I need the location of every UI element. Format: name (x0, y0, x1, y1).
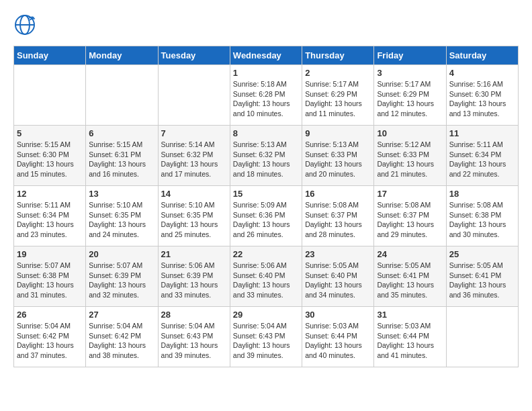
day-number: 23 (305, 249, 371, 259)
day-cell: 20Sunrise: 5:07 AM Sunset: 6:39 PM Dayli… (86, 246, 158, 307)
day-cell: 10Sunrise: 5:12 AM Sunset: 6:33 PM Dayli… (374, 126, 446, 186)
day-number: 28 (161, 310, 227, 320)
day-number: 24 (377, 249, 443, 259)
day-cell: 2Sunrise: 5:17 AM Sunset: 6:29 PM Daylig… (302, 65, 374, 126)
day-number: 31 (377, 310, 443, 320)
header-monday: Monday (86, 46, 158, 65)
day-detail: Sunrise: 5:17 AM Sunset: 6:29 PM Dayligh… (377, 79, 443, 119)
day-cell: 22Sunrise: 5:06 AM Sunset: 6:40 PM Dayli… (230, 246, 302, 307)
day-detail: Sunrise: 5:07 AM Sunset: 6:38 PM Dayligh… (17, 261, 83, 300)
day-detail: Sunrise: 5:05 AM Sunset: 6:40 PM Dayligh… (305, 261, 371, 300)
day-cell: 19Sunrise: 5:07 AM Sunset: 6:38 PM Dayli… (14, 246, 86, 307)
header-wednesday: Wednesday (230, 46, 302, 65)
day-detail: Sunrise: 5:11 AM Sunset: 6:34 PM Dayligh… (17, 200, 83, 240)
day-detail: Sunrise: 5:06 AM Sunset: 6:39 PM Dayligh… (161, 261, 227, 300)
day-detail: Sunrise: 5:05 AM Sunset: 6:41 PM Dayligh… (377, 261, 443, 300)
header-thursday: Thursday (302, 46, 374, 65)
day-detail: Sunrise: 5:07 AM Sunset: 6:39 PM Dayligh… (89, 261, 154, 300)
day-detail: Sunrise: 5:04 AM Sunset: 6:43 PM Dayligh… (233, 321, 299, 361)
day-number: 3 (377, 68, 443, 78)
day-number: 22 (233, 249, 299, 259)
calendar: Sunday Monday Tuesday Wednesday Thursday… (13, 46, 519, 367)
day-cell: 31Sunrise: 5:03 AM Sunset: 6:44 PM Dayli… (374, 307, 446, 367)
day-number: 17 (377, 189, 443, 199)
day-cell: 3Sunrise: 5:17 AM Sunset: 6:29 PM Daylig… (374, 65, 446, 126)
day-cell: 1Sunrise: 5:18 AM Sunset: 6:28 PM Daylig… (230, 65, 302, 126)
day-cell: 13Sunrise: 5:10 AM Sunset: 6:35 PM Dayli… (86, 186, 158, 246)
day-cell (86, 65, 158, 126)
day-detail: Sunrise: 5:14 AM Sunset: 6:32 PM Dayligh… (161, 140, 227, 179)
day-number: 30 (305, 310, 371, 320)
day-detail: Sunrise: 5:08 AM Sunset: 6:38 PM Dayligh… (449, 200, 515, 240)
day-cell: 16Sunrise: 5:08 AM Sunset: 6:37 PM Dayli… (302, 186, 374, 246)
day-detail: Sunrise: 5:18 AM Sunset: 6:28 PM Dayligh… (233, 79, 299, 119)
day-number: 29 (233, 310, 299, 320)
day-cell: 7Sunrise: 5:14 AM Sunset: 6:32 PM Daylig… (158, 126, 230, 186)
day-cell: 11Sunrise: 5:11 AM Sunset: 6:34 PM Dayli… (446, 126, 518, 186)
day-cell: 12Sunrise: 5:11 AM Sunset: 6:34 PM Dayli… (14, 186, 86, 246)
calendar-header-row: Sunday Monday Tuesday Wednesday Thursday… (14, 46, 519, 65)
day-cell: 26Sunrise: 5:04 AM Sunset: 6:42 PM Dayli… (14, 307, 86, 367)
day-detail: Sunrise: 5:08 AM Sunset: 6:37 PM Dayligh… (377, 200, 443, 240)
week-row-3: 19Sunrise: 5:07 AM Sunset: 6:38 PM Dayli… (14, 246, 519, 307)
day-cell: 25Sunrise: 5:05 AM Sunset: 6:41 PM Dayli… (446, 246, 518, 307)
header-tuesday: Tuesday (158, 46, 230, 65)
week-row-4: 26Sunrise: 5:04 AM Sunset: 6:42 PM Dayli… (14, 307, 519, 367)
day-cell: 30Sunrise: 5:03 AM Sunset: 6:44 PM Dayli… (302, 307, 374, 367)
day-cell: 6Sunrise: 5:15 AM Sunset: 6:31 PM Daylig… (86, 126, 158, 186)
day-number: 16 (305, 189, 371, 199)
day-detail: Sunrise: 5:15 AM Sunset: 6:30 PM Dayligh… (17, 140, 83, 179)
day-cell: 15Sunrise: 5:09 AM Sunset: 6:36 PM Dayli… (230, 186, 302, 246)
week-row-2: 12Sunrise: 5:11 AM Sunset: 6:34 PM Dayli… (14, 186, 519, 246)
day-number: 8 (233, 128, 299, 138)
day-number: 7 (161, 128, 227, 138)
day-detail: Sunrise: 5:03 AM Sunset: 6:44 PM Dayligh… (377, 321, 443, 361)
week-row-0: 1Sunrise: 5:18 AM Sunset: 6:28 PM Daylig… (14, 65, 519, 126)
day-number: 15 (233, 189, 299, 199)
day-cell: 5Sunrise: 5:15 AM Sunset: 6:30 PM Daylig… (14, 126, 86, 186)
day-number: 27 (89, 310, 154, 320)
day-cell: 27Sunrise: 5:04 AM Sunset: 6:42 PM Dayli… (86, 307, 158, 367)
day-cell: 9Sunrise: 5:13 AM Sunset: 6:33 PM Daylig… (302, 126, 374, 186)
day-number: 1 (233, 68, 299, 78)
logo-icon (13, 13, 36, 36)
day-number: 26 (17, 310, 83, 320)
day-detail: Sunrise: 5:09 AM Sunset: 6:36 PM Dayligh… (233, 200, 299, 240)
header-sunday: Sunday (14, 46, 86, 65)
week-row-1: 5Sunrise: 5:15 AM Sunset: 6:30 PM Daylig… (14, 126, 519, 186)
day-detail: Sunrise: 5:12 AM Sunset: 6:33 PM Dayligh… (377, 140, 443, 179)
day-detail: Sunrise: 5:06 AM Sunset: 6:40 PM Dayligh… (233, 261, 299, 300)
day-number: 20 (89, 249, 154, 259)
day-cell (158, 65, 230, 126)
day-cell: 23Sunrise: 5:05 AM Sunset: 6:40 PM Dayli… (302, 246, 374, 307)
calendar-body: 1Sunrise: 5:18 AM Sunset: 6:28 PM Daylig… (14, 65, 519, 367)
day-detail: Sunrise: 5:15 AM Sunset: 6:31 PM Dayligh… (89, 140, 154, 179)
day-detail: Sunrise: 5:03 AM Sunset: 6:44 PM Dayligh… (305, 321, 371, 361)
day-cell: 21Sunrise: 5:06 AM Sunset: 6:39 PM Dayli… (158, 246, 230, 307)
day-detail: Sunrise: 5:04 AM Sunset: 6:43 PM Dayligh… (161, 321, 227, 361)
day-number: 18 (449, 189, 515, 199)
day-number: 19 (17, 249, 83, 259)
day-number: 11 (449, 128, 515, 138)
day-cell (14, 65, 86, 126)
day-cell: 29Sunrise: 5:04 AM Sunset: 6:43 PM Dayli… (230, 307, 302, 367)
day-number: 13 (89, 189, 154, 199)
day-number: 5 (17, 128, 83, 138)
day-cell: 24Sunrise: 5:05 AM Sunset: 6:41 PM Dayli… (374, 246, 446, 307)
day-detail: Sunrise: 5:10 AM Sunset: 6:35 PM Dayligh… (161, 200, 227, 240)
day-cell (446, 307, 518, 367)
day-number: 9 (305, 128, 371, 138)
day-number: 6 (89, 128, 154, 138)
day-detail: Sunrise: 5:05 AM Sunset: 6:41 PM Dayligh… (449, 261, 515, 300)
day-cell: 14Sunrise: 5:10 AM Sunset: 6:35 PM Dayli… (158, 186, 230, 246)
header (13, 13, 519, 39)
day-cell: 28Sunrise: 5:04 AM Sunset: 6:43 PM Dayli… (158, 307, 230, 367)
day-number: 21 (161, 249, 227, 259)
header-friday: Friday (374, 46, 446, 65)
day-cell: 4Sunrise: 5:16 AM Sunset: 6:30 PM Daylig… (446, 65, 518, 126)
day-cell: 18Sunrise: 5:08 AM Sunset: 6:38 PM Dayli… (446, 186, 518, 246)
day-detail: Sunrise: 5:17 AM Sunset: 6:29 PM Dayligh… (305, 79, 371, 119)
day-detail: Sunrise: 5:04 AM Sunset: 6:42 PM Dayligh… (17, 321, 83, 361)
day-cell: 8Sunrise: 5:13 AM Sunset: 6:32 PM Daylig… (230, 126, 302, 186)
logo (13, 13, 36, 39)
